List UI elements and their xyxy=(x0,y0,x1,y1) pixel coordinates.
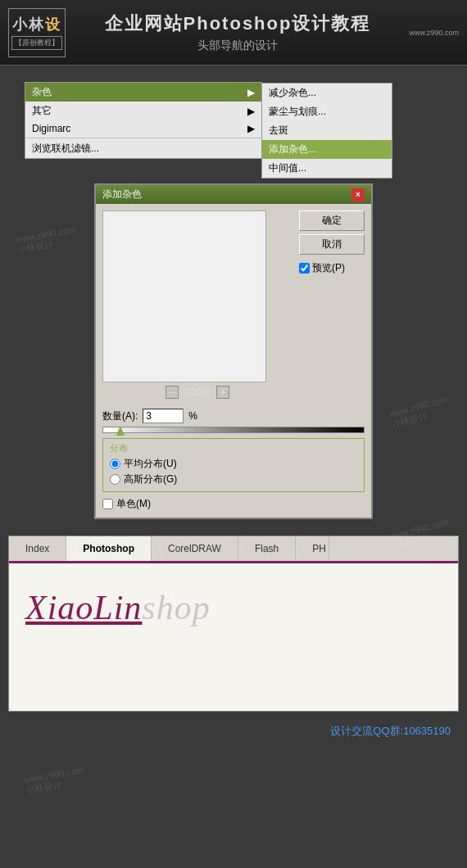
mono-checkbox[interactable] xyxy=(102,499,113,509)
submenu-item-add-noise[interactable]: 添加杂色... xyxy=(262,140,392,159)
uniform-label: 平均分布(U) xyxy=(124,457,177,471)
context-menu-section: 杂色 ▶ 减少杂色... 蒙尘与划痕... 去斑 添加杂色... 中间值... … xyxy=(0,66,467,175)
dialog-body: − 100% + 确定 取消 预览(P) xyxy=(96,204,371,405)
distribution-box: 分布 平均分布(U) 高斯分布(G) xyxy=(102,438,365,492)
logo: 小林设 【原创教程】 xyxy=(8,8,66,57)
tab-photoshop[interactable]: Photoshop xyxy=(66,536,152,563)
confirm-button[interactable]: 确定 xyxy=(299,210,365,231)
dialog-titlebar: 添加杂色 × xyxy=(96,185,371,204)
logo-part2: shop xyxy=(142,588,210,627)
menu-item-browse[interactable]: 浏览联机滤镜... xyxy=(25,139,261,158)
mono-label: 单色(M) xyxy=(116,497,151,511)
site-content: XiaoLin shop xyxy=(9,563,458,711)
site-logo: XiaoLin shop xyxy=(25,588,442,627)
tab-index[interactable]: Index xyxy=(9,536,66,561)
header-watermark: www.z990.com xyxy=(393,29,459,37)
dialog-title-text: 添加杂色 xyxy=(102,188,142,201)
dialog-footer: 数量(A): % 分布 平均分布(U) 高斯分布(G) 单 xyxy=(96,405,371,518)
preview-canvas xyxy=(102,210,266,382)
logo-text: 小林设 xyxy=(12,15,61,34)
zoom-level: 100% xyxy=(185,387,211,398)
context-menu: 杂色 ▶ 减少杂色... 蒙尘与划痕... 去斑 添加杂色... 中间值... … xyxy=(25,82,262,159)
menu-item-other[interactable]: 其它 ▶ xyxy=(25,102,261,120)
distribution-title: 分布 xyxy=(110,442,357,454)
arrow-icon-3: ▶ xyxy=(247,123,255,134)
arrow-icon-2: ▶ xyxy=(247,106,255,117)
mono-checkbox-row: 单色(M) xyxy=(102,497,365,511)
title-main: 企业网站Photoshop设计教程 xyxy=(82,11,393,36)
header: 小林设 【原创教程】 企业网站Photoshop设计教程 头部导航的设计 www… xyxy=(0,0,467,66)
preview-zoom-controls: − 100% + xyxy=(102,386,292,399)
submenu-noise: 减少杂色... 蒙尘与划痕... 去斑 添加杂色... 中间值... xyxy=(261,83,392,179)
arrow-icon: ▶ xyxy=(247,87,255,98)
percent-label: % xyxy=(188,410,197,422)
amount-label: 数量(A): xyxy=(102,409,138,423)
tab-coreldraw[interactable]: CorelDRAW xyxy=(152,536,238,561)
logo-subtitle: 【原创教程】 xyxy=(11,36,62,50)
tab-flash[interactable]: Flash xyxy=(238,536,296,561)
preview-checkbox[interactable] xyxy=(299,263,310,274)
uniform-radio-row: 平均分布(U) xyxy=(110,457,357,471)
footer-text: 设计交流QQ群:10635190 xyxy=(330,724,451,739)
submenu-item-despeckle[interactable]: 去斑 xyxy=(262,121,392,140)
preview-checkbox-row: 预览(P) xyxy=(299,261,365,275)
noise-preview xyxy=(103,211,265,382)
menu-item-digimarc[interactable]: Digimarc ▶ xyxy=(25,120,261,137)
amount-slider[interactable] xyxy=(102,427,365,433)
gaussian-radio[interactable] xyxy=(110,474,120,485)
title-sub: 头部导航的设计 xyxy=(82,38,393,53)
gaussian-radio-row: 高斯分布(G) xyxy=(110,472,357,486)
amount-input[interactable] xyxy=(143,409,184,423)
dialog-section: 添加杂色 × − 100% + 确定 取消 预览(P) xyxy=(0,175,467,536)
dialog-action-buttons: 确定 取消 预览(P) xyxy=(299,210,365,399)
dialog-close-button[interactable]: × xyxy=(351,188,365,201)
footer: 设计交流QQ群:10635190 xyxy=(0,712,467,751)
amount-row: 数量(A): % xyxy=(102,409,365,423)
add-noise-dialog: 添加杂色 × − 100% + 确定 取消 预览(P) xyxy=(94,183,373,519)
submenu-item-reduce[interactable]: 减少杂色... xyxy=(262,84,392,102)
preview-panel: − 100% + xyxy=(102,210,292,399)
preview-label: 预览(P) xyxy=(312,261,345,275)
nav-tabs: Index Photoshop CorelDRAW Flash PH xyxy=(9,536,458,563)
uniform-radio[interactable] xyxy=(110,459,120,469)
header-title: 企业网站Photoshop设计教程 头部导航的设计 xyxy=(82,11,393,53)
zoom-out-button[interactable]: − xyxy=(165,386,179,399)
zoom-in-button[interactable]: + xyxy=(216,386,229,399)
menu-item-noise[interactable]: 杂色 ▶ 减少杂色... 蒙尘与划痕... 去斑 添加杂色... 中间值... xyxy=(25,83,261,102)
logo-part1: XiaoLin xyxy=(25,588,142,627)
submenu-item-median[interactable]: 中间值... xyxy=(262,159,392,178)
menu-divider xyxy=(25,138,261,138)
submenu-item-dust[interactable]: 蒙尘与划痕... xyxy=(262,102,392,121)
tab-ph[interactable]: PH xyxy=(296,536,329,561)
slider-thumb xyxy=(116,426,125,436)
website-preview: Index Photoshop CorelDRAW Flash PH XiaoL… xyxy=(8,536,459,712)
watermark-5: www.z990.com小林设计 xyxy=(23,765,87,797)
cancel-button[interactable]: 取消 xyxy=(299,234,365,255)
gaussian-label: 高斯分布(G) xyxy=(124,472,177,486)
